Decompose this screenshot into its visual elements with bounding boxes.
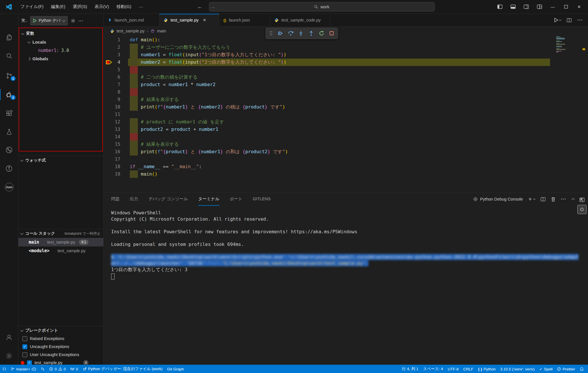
step-over-button[interactable] — [288, 30, 294, 36]
tab-launch.json[interactable]: {}launch.json — [219, 14, 270, 26]
run-and-debug-icon[interactable]: 1 — [0, 88, 18, 102]
panel-more-actions-icon[interactable]: ··· — [561, 197, 566, 202]
remote-indicator[interactable] — [0, 365, 9, 373]
run-view-title: 実.. — [21, 18, 28, 23]
indentation-status[interactable]: スペース: 4 — [421, 365, 445, 373]
debug-status-icon — [83, 367, 87, 371]
toggle-secondary-sidebar-icon[interactable] — [523, 4, 529, 10]
tab-label: test_sample_code.py — [281, 18, 321, 22]
panel-tab-ポート[interactable]: ポート — [230, 193, 242, 206]
code-line: 18if __name__ == "__main__": — [104, 163, 588, 170]
toggle-panel-icon[interactable] — [510, 4, 516, 10]
command-center-search[interactable]: work — [209, 2, 435, 11]
testing-icon[interactable] — [0, 125, 18, 139]
breadcrumb-file[interactable]: test_sample.py — [117, 29, 145, 33]
menu-item[interactable]: ファイル(F) — [17, 3, 47, 11]
breakpoints-section-header[interactable]: ブレークポイント — [18, 326, 103, 335]
breakpoint-checkbox[interactable]: ✓ — [22, 344, 27, 349]
code-line: 4 number2 = float(input("2つ目の数字を入力してください… — [104, 59, 588, 66]
kill-terminal-icon[interactable] — [551, 197, 556, 202]
tab-test_sample_code.py[interactable]: test_sample_code.py — [270, 14, 330, 26]
breadcrumb-symbol[interactable]: main — [157, 29, 166, 33]
locals-scope-row[interactable]: Locals — [19, 38, 102, 46]
run-python-file-icon[interactable] — [554, 18, 561, 22]
menu-item[interactable]: ··· — [135, 3, 147, 10]
minimize-button[interactable]: — — [550, 4, 556, 10]
indent-highlight — [130, 88, 138, 96]
gitlens-icon[interactable] — [0, 161, 18, 176]
call-stack-frame[interactable]: <module>test_sample.py — [18, 246, 103, 255]
call-stack-frame[interactable]: maintest_sample.py4:1 — [18, 238, 103, 246]
panel-tab-出力[interactable]: 出力 — [130, 193, 138, 206]
menu-item[interactable]: 移動(G) — [113, 3, 135, 11]
language-mode-status[interactable]: { }Python — [476, 365, 498, 373]
maximize-panel-icon[interactable] — [571, 198, 575, 201]
python-interpreter-status[interactable]: 3.10.5 ('venv': venv) — [498, 365, 537, 373]
menu-item[interactable]: 表示(V) — [91, 3, 113, 11]
breakpoint-row[interactable]: ✓test_sample.py4 — [18, 359, 103, 367]
explorer-icon[interactable] — [0, 30, 18, 44]
toggle-sidebar-icon[interactable] — [497, 4, 503, 10]
toolbar-drag-handle[interactable] — [269, 31, 273, 36]
settings-gear-icon[interactable] — [0, 349, 18, 363]
prettier-status[interactable]: Prettier — [555, 365, 577, 373]
customize-layout-icon[interactable] — [536, 4, 543, 10]
start-debug-icon — [33, 19, 37, 23]
notifications-bell-icon[interactable] — [577, 365, 586, 373]
git-graph-icon[interactable] — [0, 143, 18, 157]
powershell-terminal-icon[interactable] — [578, 195, 586, 204]
close-button[interactable]: ✕ — [576, 4, 582, 10]
maximize-button[interactable] — [563, 4, 569, 10]
tab-test_sample.py[interactable]: test_sample.py✕ — [159, 14, 219, 27]
split-editor-icon[interactable] — [567, 18, 572, 22]
call-stack-section-header[interactable]: コール スタック breakpoint で一時停止 — [18, 229, 103, 238]
nav-back-button[interactable]: ← — [197, 4, 202, 10]
tab-launch_json.md[interactable]: launch_json.md — [104, 14, 159, 26]
breakpoint-checkbox[interactable] — [22, 352, 27, 357]
panel-tab-GITLENS[interactable]: GITLENS — [253, 193, 270, 206]
source-control-icon[interactable]: 1 — [0, 69, 18, 83]
breakpoint-checkbox[interactable] — [22, 336, 27, 341]
restart-button[interactable] — [319, 30, 324, 36]
extensions-icon[interactable] — [0, 106, 18, 121]
panel-tab-問題[interactable]: 問題 — [111, 193, 119, 206]
variable-row[interactable]: number1: 3.0 — [19, 46, 102, 55]
breakpoint-checkbox[interactable]: ✓ — [27, 360, 32, 365]
account-icon[interactable] — [0, 330, 18, 344]
terminal-instance-label[interactable]: Python Debug Console — [473, 197, 523, 202]
close-tab-icon[interactable]: ✕ — [203, 18, 206, 22]
step-out-button[interactable] — [308, 30, 314, 36]
stop-button[interactable] — [329, 31, 334, 36]
debug-settings-gear-icon[interactable] — [70, 18, 76, 24]
breakpoint-row[interactable]: Raised Exceptions — [18, 335, 103, 343]
git-graph-status[interactable]: Git Graph — [165, 365, 186, 373]
breakpoint-row[interactable]: ✓Uncaught Exceptions — [18, 343, 103, 351]
terminal[interactable]: Windows PowerShellCopyright (C) Microsof… — [104, 206, 588, 365]
new-terminal-button[interactable]: + — [528, 196, 535, 203]
code-line: 7 product = number1 * number2 — [104, 81, 588, 88]
python-debug-console-rail-icon[interactable] — [578, 205, 586, 214]
step-into-button[interactable] — [298, 30, 304, 36]
panel-tab-ターミナル[interactable]: ターミナル — [198, 193, 219, 206]
panel-tab-デバッグ コンソール[interactable]: デバッグ コンソール — [148, 193, 188, 206]
code-line: 6 # 二つの数の積を計算する — [104, 73, 588, 81]
eol-status[interactable]: CRLF — [461, 365, 476, 373]
menu-item[interactable]: 選択(S) — [69, 3, 91, 11]
json-extension-icon[interactable]: Json — [0, 180, 18, 194]
spell-checker-status[interactable]: ✓Spell — [537, 365, 555, 373]
breakpoint-row[interactable]: User Uncaught Exceptions — [18, 351, 103, 359]
split-terminal-icon[interactable] — [541, 197, 546, 201]
menu-item[interactable]: 編集(E) — [47, 3, 69, 11]
continue-button[interactable] — [277, 30, 283, 36]
watch-section-header[interactable]: ウォッチ式 — [18, 156, 103, 165]
search-icon[interactable] — [0, 49, 18, 63]
code-editor[interactable]: 1def main():2 # ユーザーに二つの数字を入力してもらう3 numb… — [104, 35, 588, 192]
nav-forward-button[interactable]: → — [210, 4, 215, 10]
view-more-actions-icon[interactable]: ··· — [78, 18, 84, 23]
editor-more-actions-icon[interactable]: ··· — [577, 18, 583, 23]
debug-configuration-dropdown[interactable]: Python デバ — [30, 16, 68, 25]
cursor-position-status[interactable]: 行 4, 列 1 — [400, 365, 421, 373]
encoding-status[interactable]: UTF-8 — [445, 365, 461, 373]
globals-scope-row[interactable]: Globals — [19, 55, 102, 63]
variables-section-header[interactable]: 変数 — [19, 28, 102, 38]
